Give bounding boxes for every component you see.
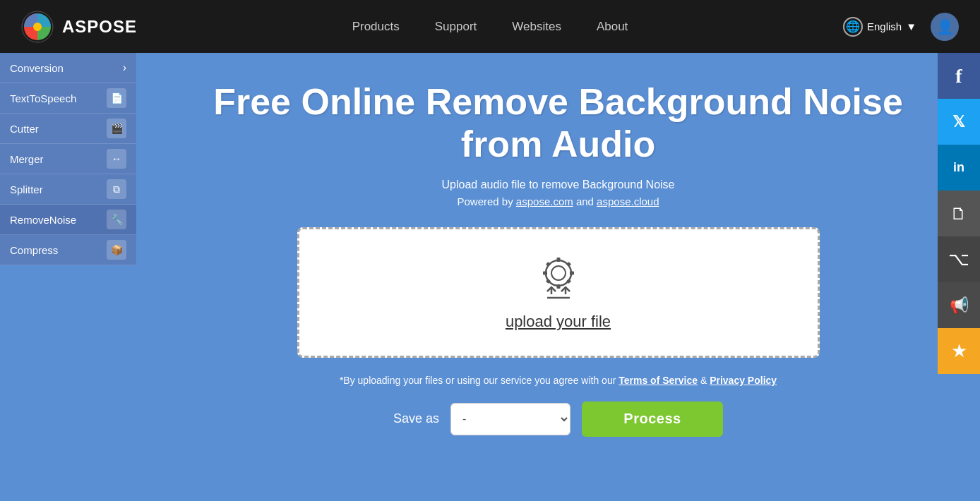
svg-point-1 bbox=[33, 23, 42, 31]
terms-link1[interactable]: Terms of Service bbox=[619, 375, 698, 386]
save-as-label: Save as bbox=[393, 411, 439, 426]
sidebar-removenoise-label: RemoveNoise bbox=[10, 214, 76, 226]
nav-about[interactable]: About bbox=[597, 20, 628, 34]
sidebar-splitter-label: Splitter bbox=[10, 183, 43, 195]
page-title: Free Online Remove Background Noise from… bbox=[179, 81, 938, 166]
sidebar-item-splitter[interactable]: Splitter ⧉ bbox=[0, 174, 136, 205]
star-button[interactable]: ★ bbox=[938, 328, 980, 374]
aspose-logo-icon bbox=[21, 11, 54, 43]
save-format-select[interactable]: - bbox=[450, 403, 570, 435]
nav-websites[interactable]: Websites bbox=[512, 20, 561, 34]
header-right: 🌐 English ▼ 👤 bbox=[843, 13, 959, 41]
save-row: Save as - Process bbox=[179, 402, 938, 437]
lang-selector[interactable]: 🌐 English ▼ bbox=[843, 17, 916, 37]
user-avatar[interactable]: 👤 bbox=[931, 13, 959, 41]
star-icon: ★ bbox=[951, 340, 967, 362]
announce-button[interactable]: 📢 bbox=[938, 282, 980, 328]
sidebar-item-conversion[interactable]: Conversion › bbox=[0, 53, 136, 83]
terms-prefix: *By uploading your files or using our se… bbox=[340, 375, 619, 386]
github-icon: ⌥ bbox=[948, 248, 969, 270]
sidebar-cutter-label: Cutter bbox=[10, 123, 39, 135]
linkedin-button[interactable]: in bbox=[938, 145, 980, 191]
file-button[interactable]: 🗋 bbox=[938, 191, 980, 236]
logo-text: ASPOSE bbox=[62, 17, 137, 37]
sidebar-compress-label: Compress bbox=[10, 244, 58, 256]
github-button[interactable]: ⌥ bbox=[938, 236, 980, 282]
globe-icon: 🌐 bbox=[843, 17, 863, 37]
upload-dropzone[interactable]: upload your file bbox=[297, 227, 820, 358]
lang-text: English bbox=[867, 20, 902, 32]
sidebar-conversion-arrow: › bbox=[123, 61, 126, 74]
powered-link1[interactable]: aspose.com bbox=[516, 195, 573, 207]
powered-by: Powered by aspose.com and aspose.cloud bbox=[179, 195, 938, 207]
header-nav: Products Support Websites About bbox=[137, 20, 843, 34]
svg-rect-4 bbox=[556, 258, 560, 262]
sidebar-merger-label: Merger bbox=[10, 153, 44, 165]
sidebar-tts-icon: 📄 bbox=[107, 88, 126, 108]
svg-rect-7 bbox=[543, 272, 547, 275]
powered-and: and bbox=[573, 195, 597, 207]
upload-cloud-icon bbox=[530, 253, 587, 303]
twitter-button[interactable]: 𝕏 bbox=[938, 99, 980, 145]
announce-icon: 📢 bbox=[950, 296, 969, 315]
sidebar-splitter-icon: ⧉ bbox=[107, 179, 126, 199]
powered-prefix: Powered by bbox=[457, 195, 515, 207]
sidebar-conversion-label: Conversion bbox=[10, 62, 64, 74]
lang-arrow: ▼ bbox=[906, 20, 916, 32]
header-left: ASPOSE bbox=[21, 11, 137, 43]
upload-link[interactable]: upload your file bbox=[506, 313, 611, 331]
social-bar: f 𝕏 in 🗋 ⌥ 📢 ★ bbox=[938, 53, 980, 374]
nav-products[interactable]: Products bbox=[352, 20, 400, 34]
sidebar-cutter-icon: 🎬 bbox=[107, 119, 126, 138]
sidebar-item-removenoise[interactable]: RemoveNoise 🔧 bbox=[0, 205, 136, 235]
svg-rect-6 bbox=[570, 272, 574, 275]
main-content: Free Online Remove Background Noise from… bbox=[136, 53, 980, 501]
svg-point-3 bbox=[551, 266, 566, 280]
nav-support[interactable]: Support bbox=[435, 20, 477, 34]
facebook-icon: f bbox=[955, 65, 962, 87]
sidebar-tts-label: TextToSpeech bbox=[10, 92, 76, 104]
terms-text: *By uploading your files or using our se… bbox=[179, 375, 938, 386]
page-subtitle: Upload audio file to remove Background N… bbox=[179, 179, 938, 191]
process-button[interactable]: Process bbox=[582, 402, 723, 437]
terms-amp: & bbox=[698, 375, 710, 386]
twitter-icon: 𝕏 bbox=[952, 113, 965, 131]
sidebar: Conversion › TextToSpeech 📄 Cutter 🎬 Mer… bbox=[0, 53, 136, 265]
terms-link2[interactable]: Privacy Policy bbox=[710, 375, 777, 386]
sidebar-item-texttospeech[interactable]: TextToSpeech 📄 bbox=[0, 83, 136, 114]
powered-link2[interactable]: aspose.cloud bbox=[597, 195, 659, 207]
sidebar-item-cutter[interactable]: Cutter 🎬 bbox=[0, 114, 136, 144]
sidebar-compress-icon: 📦 bbox=[107, 240, 126, 260]
sidebar-removenoise-icon: 🔧 bbox=[107, 210, 126, 229]
facebook-button[interactable]: f bbox=[938, 53, 980, 99]
title-line2: from Audio bbox=[461, 123, 655, 164]
sidebar-merger-icon: ↔ bbox=[107, 149, 126, 169]
header: ASPOSE Products Support Websites About 🌐… bbox=[0, 0, 980, 53]
sidebar-item-compress[interactable]: Compress 📦 bbox=[0, 235, 136, 265]
file-icon: 🗋 bbox=[950, 204, 967, 224]
title-line1: Free Online Remove Background Noise bbox=[213, 81, 903, 122]
sidebar-item-merger[interactable]: Merger ↔ bbox=[0, 144, 136, 174]
linkedin-icon: in bbox=[953, 160, 964, 175]
svg-rect-5 bbox=[556, 284, 560, 289]
